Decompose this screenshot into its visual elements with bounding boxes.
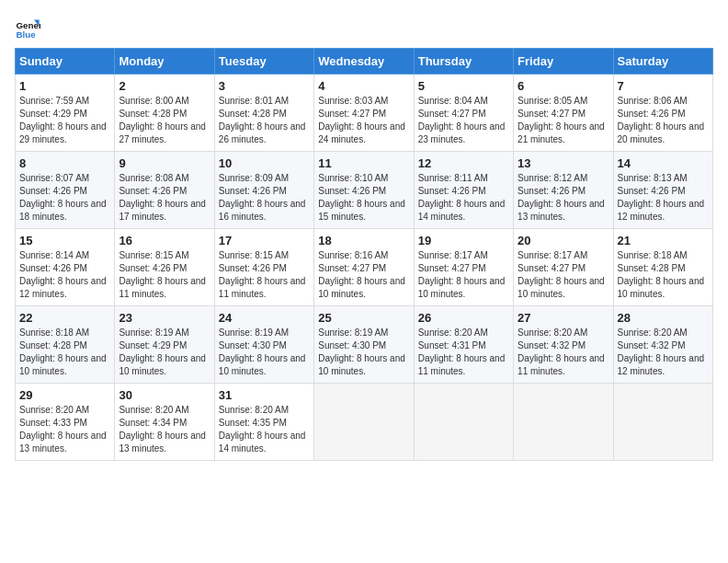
calendar-cell: 20 Sunrise: 8:17 AMSunset: 4:27 PMDaylig… <box>514 229 613 306</box>
calendar-cell: 5 Sunrise: 8:04 AMSunset: 4:27 PMDayligh… <box>414 75 513 152</box>
logo-icon: General Blue <box>15 15 40 40</box>
calendar-week-row: 1 Sunrise: 7:59 AMSunset: 4:29 PMDayligh… <box>16 75 713 152</box>
calendar-cell: 21 Sunrise: 8:18 AMSunset: 4:28 PMDaylig… <box>613 229 712 306</box>
svg-text:Blue: Blue <box>16 29 36 40</box>
calendar-cell: 31 Sunrise: 8:20 AMSunset: 4:35 PMDaylig… <box>214 384 313 461</box>
day-number: 9 <box>119 156 210 170</box>
calendar-week-row: 22 Sunrise: 8:18 AMSunset: 4:28 PMDaylig… <box>16 306 713 384</box>
day-number: 22 <box>19 311 110 325</box>
cell-details: Sunrise: 8:09 AMSunset: 4:26 PMDaylight:… <box>219 173 306 222</box>
day-number: 10 <box>219 156 310 170</box>
cell-details: Sunrise: 8:06 AMSunset: 4:26 PMDaylight:… <box>618 96 705 144</box>
day-header-saturday: Saturday <box>613 49 712 75</box>
cell-details: Sunrise: 8:18 AMSunset: 4:28 PMDaylight:… <box>618 250 705 299</box>
calendar-cell: 11 Sunrise: 8:10 AMSunset: 4:26 PMDaylig… <box>314 152 414 229</box>
calendar-week-row: 29 Sunrise: 8:20 AMSunset: 4:33 PMDaylig… <box>16 384 713 461</box>
day-number: 28 <box>618 311 709 325</box>
cell-details: Sunrise: 8:00 AMSunset: 4:28 PMDaylight:… <box>119 96 206 144</box>
calendar-week-row: 8 Sunrise: 8:07 AMSunset: 4:26 PMDayligh… <box>16 152 713 229</box>
day-number: 24 <box>219 311 310 325</box>
day-number: 1 <box>19 79 110 93</box>
day-number: 27 <box>518 311 609 325</box>
cell-details: Sunrise: 8:14 AMSunset: 4:26 PMDaylight:… <box>19 250 107 299</box>
calendar-week-row: 15 Sunrise: 8:14 AMSunset: 4:26 PMDaylig… <box>16 229 713 306</box>
calendar-cell <box>414 384 513 461</box>
cell-details: Sunrise: 8:20 AMSunset: 4:34 PMDaylight:… <box>119 405 206 454</box>
day-number: 30 <box>119 388 210 402</box>
cell-details: Sunrise: 8:20 AMSunset: 4:33 PMDaylight:… <box>19 405 107 454</box>
calendar-cell: 28 Sunrise: 8:20 AMSunset: 4:32 PMDaylig… <box>613 306 712 384</box>
calendar-cell: 27 Sunrise: 8:20 AMSunset: 4:32 PMDaylig… <box>514 306 613 384</box>
day-number: 21 <box>618 234 709 247</box>
cell-details: Sunrise: 8:11 AMSunset: 4:26 PMDaylight:… <box>418 173 506 222</box>
calendar-cell: 24 Sunrise: 8:19 AMSunset: 4:30 PMDaylig… <box>214 306 313 384</box>
calendar-cell: 17 Sunrise: 8:15 AMSunset: 4:26 PMDaylig… <box>214 229 313 306</box>
calendar-cell: 8 Sunrise: 8:07 AMSunset: 4:26 PMDayligh… <box>16 152 115 229</box>
cell-details: Sunrise: 8:20 AMSunset: 4:31 PMDaylight:… <box>418 327 506 376</box>
calendar-cell: 10 Sunrise: 8:09 AMSunset: 4:26 PMDaylig… <box>214 152 313 229</box>
day-header-tuesday: Tuesday <box>214 49 313 75</box>
day-number: 5 <box>418 79 509 93</box>
day-header-wednesday: Wednesday <box>314 49 414 75</box>
day-number: 2 <box>119 79 210 93</box>
cell-details: Sunrise: 8:13 AMSunset: 4:26 PMDaylight:… <box>618 173 705 222</box>
calendar-cell: 25 Sunrise: 8:19 AMSunset: 4:30 PMDaylig… <box>314 306 414 384</box>
day-number: 11 <box>318 156 409 170</box>
cell-details: Sunrise: 8:01 AMSunset: 4:28 PMDaylight:… <box>219 96 306 144</box>
calendar-cell: 30 Sunrise: 8:20 AMSunset: 4:34 PMDaylig… <box>115 384 214 461</box>
day-number: 17 <box>219 234 310 247</box>
day-number: 25 <box>318 311 409 325</box>
cell-details: Sunrise: 8:17 AMSunset: 4:27 PMDaylight:… <box>518 250 605 299</box>
day-number: 8 <box>19 156 110 170</box>
page-header: General Blue <box>15 15 713 40</box>
day-number: 3 <box>219 79 310 93</box>
day-number: 23 <box>119 311 210 325</box>
day-number: 12 <box>418 156 509 170</box>
day-number: 16 <box>119 234 210 247</box>
cell-details: Sunrise: 8:20 AMSunset: 4:32 PMDaylight:… <box>518 327 605 376</box>
day-number: 19 <box>418 234 509 247</box>
calendar-cell: 16 Sunrise: 8:15 AMSunset: 4:26 PMDaylig… <box>115 229 214 306</box>
calendar-cell: 12 Sunrise: 8:11 AMSunset: 4:26 PMDaylig… <box>414 152 513 229</box>
cell-details: Sunrise: 8:20 AMSunset: 4:32 PMDaylight:… <box>618 327 705 376</box>
calendar-cell: 9 Sunrise: 8:08 AMSunset: 4:26 PMDayligh… <box>115 152 214 229</box>
calendar-cell <box>514 384 613 461</box>
day-number: 31 <box>219 388 310 402</box>
calendar-cell: 3 Sunrise: 8:01 AMSunset: 4:28 PMDayligh… <box>214 75 313 152</box>
cell-details: Sunrise: 8:19 AMSunset: 4:30 PMDaylight:… <box>219 327 306 376</box>
calendar-header-row: SundayMondayTuesdayWednesdayThursdayFrid… <box>16 49 713 75</box>
calendar-cell <box>314 384 414 461</box>
calendar-cell: 15 Sunrise: 8:14 AMSunset: 4:26 PMDaylig… <box>16 229 115 306</box>
cell-details: Sunrise: 8:17 AMSunset: 4:27 PMDaylight:… <box>418 250 506 299</box>
logo: General Blue <box>15 15 40 40</box>
calendar-cell: 13 Sunrise: 8:12 AMSunset: 4:26 PMDaylig… <box>514 152 613 229</box>
day-number: 20 <box>518 234 609 247</box>
calendar-cell: 18 Sunrise: 8:16 AMSunset: 4:27 PMDaylig… <box>314 229 414 306</box>
cell-details: Sunrise: 8:04 AMSunset: 4:27 PMDaylight:… <box>418 96 506 144</box>
day-number: 6 <box>518 79 609 93</box>
calendar-cell: 14 Sunrise: 8:13 AMSunset: 4:26 PMDaylig… <box>613 152 712 229</box>
day-number: 4 <box>318 79 409 93</box>
day-number: 15 <box>19 234 110 247</box>
cell-details: Sunrise: 8:03 AMSunset: 4:27 PMDaylight:… <box>318 96 405 144</box>
calendar-cell: 6 Sunrise: 8:05 AMSunset: 4:27 PMDayligh… <box>514 75 613 152</box>
cell-details: Sunrise: 7:59 AMSunset: 4:29 PMDaylight:… <box>19 96 107 144</box>
day-header-friday: Friday <box>514 49 613 75</box>
day-header-monday: Monday <box>115 49 214 75</box>
cell-details: Sunrise: 8:20 AMSunset: 4:35 PMDaylight:… <box>219 405 306 454</box>
day-header-thursday: Thursday <box>414 49 513 75</box>
calendar-cell: 29 Sunrise: 8:20 AMSunset: 4:33 PMDaylig… <box>16 384 115 461</box>
cell-details: Sunrise: 8:15 AMSunset: 4:26 PMDaylight:… <box>119 250 206 299</box>
day-number: 13 <box>518 156 609 170</box>
calendar-cell: 4 Sunrise: 8:03 AMSunset: 4:27 PMDayligh… <box>314 75 414 152</box>
calendar-cell: 1 Sunrise: 7:59 AMSunset: 4:29 PMDayligh… <box>16 75 115 152</box>
day-number: 18 <box>318 234 409 247</box>
cell-details: Sunrise: 8:19 AMSunset: 4:29 PMDaylight:… <box>119 327 206 376</box>
day-number: 7 <box>618 79 709 93</box>
calendar-cell: 2 Sunrise: 8:00 AMSunset: 4:28 PMDayligh… <box>115 75 214 152</box>
day-number: 29 <box>19 388 110 402</box>
day-header-sunday: Sunday <box>16 49 115 75</box>
cell-details: Sunrise: 8:12 AMSunset: 4:26 PMDaylight:… <box>518 173 605 222</box>
day-number: 14 <box>618 156 709 170</box>
cell-details: Sunrise: 8:15 AMSunset: 4:26 PMDaylight:… <box>219 250 306 299</box>
